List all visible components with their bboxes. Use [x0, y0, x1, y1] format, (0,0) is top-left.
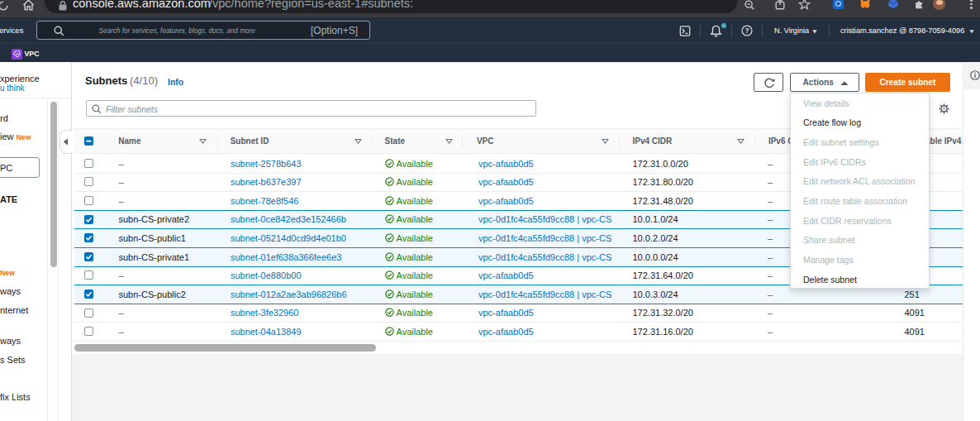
svg-text:?: ? [745, 26, 749, 35]
